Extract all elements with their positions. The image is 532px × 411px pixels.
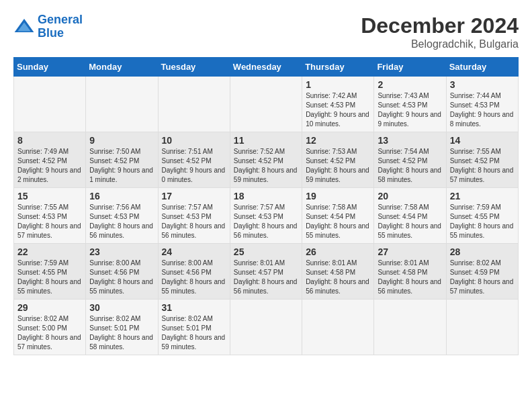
day-number: 8 (17, 135, 82, 146)
day-info: Sunrise: 7:42 AM Sunset: 4:53 PM Dayligh… (306, 91, 370, 129)
day-cell: 29 Sunrise: 8:02 AM Sunset: 5:00 PM Dayl… (14, 300, 86, 355)
title-area: December 2024 Belogradchik, Bulgaria (361, 13, 519, 50)
day-number: 20 (378, 191, 442, 201)
week-row-3: 15 Sunrise: 7:55 AM Sunset: 4:53 PM Dayl… (14, 188, 519, 244)
day-info: Sunrise: 8:00 AM Sunset: 4:56 PM Dayligh… (89, 259, 154, 296)
day-cell: 21 Sunrise: 7:59 AM Sunset: 4:55 PM Dayl… (446, 188, 518, 244)
day-cell: 15 Sunrise: 7:55 AM Sunset: 4:53 PM Dayl… (14, 188, 86, 244)
day-cell: 2 Sunrise: 7:43 AM Sunset: 4:53 PM Dayli… (374, 77, 446, 132)
day-cell: 19 Sunrise: 7:58 AM Sunset: 4:54 PM Dayl… (302, 188, 374, 244)
day-cell: 13 Sunrise: 7:54 AM Sunset: 4:52 PM Dayl… (374, 132, 446, 188)
day-info: Sunrise: 7:56 AM Sunset: 4:53 PM Dayligh… (89, 203, 154, 240)
day-number: 18 (234, 191, 298, 201)
week-row-5: 29 Sunrise: 8:02 AM Sunset: 5:00 PM Dayl… (14, 300, 519, 355)
day-cell: 23 Sunrise: 8:00 AM Sunset: 4:56 PM Dayl… (86, 244, 158, 300)
week-row-2: 8 Sunrise: 7:49 AM Sunset: 4:52 PM Dayli… (14, 132, 519, 188)
day-number: 25 (234, 246, 298, 257)
day-cell: 25 Sunrise: 8:01 AM Sunset: 4:57 PM Dayl… (230, 244, 302, 300)
logo-icon (13, 16, 35, 38)
day-cell: 12 Sunrise: 7:53 AM Sunset: 4:52 PM Dayl… (302, 132, 374, 188)
day-info: Sunrise: 7:57 AM Sunset: 4:53 PM Dayligh… (234, 203, 298, 240)
header-day-friday: Friday (374, 58, 446, 77)
day-number: 30 (89, 302, 154, 313)
day-cell: 30 Sunrise: 8:02 AM Sunset: 5:01 PM Dayl… (86, 300, 158, 355)
day-cell (374, 300, 446, 355)
day-cell (446, 300, 518, 355)
day-info: Sunrise: 8:01 AM Sunset: 4:58 PM Dayligh… (378, 259, 442, 296)
header-day-wednesday: Wednesday (230, 58, 302, 77)
day-info: Sunrise: 7:58 AM Sunset: 4:54 PM Dayligh… (378, 203, 442, 240)
day-cell: 26 Sunrise: 8:01 AM Sunset: 4:58 PM Dayl… (302, 244, 374, 300)
day-number: 12 (306, 135, 370, 146)
day-number: 1 (306, 79, 370, 90)
day-number: 11 (234, 135, 298, 146)
day-cell (14, 77, 86, 132)
day-info: Sunrise: 7:53 AM Sunset: 4:52 PM Dayligh… (306, 147, 370, 185)
day-number: 28 (450, 246, 515, 257)
page-header: General Blue December 2024 Belogradchik,… (13, 13, 519, 50)
day-cell (230, 300, 302, 355)
header-row: SundayMondayTuesdayWednesdayThursdayFrid… (14, 58, 519, 77)
day-info: Sunrise: 7:49 AM Sunset: 4:52 PM Dayligh… (17, 147, 82, 185)
day-info: Sunrise: 8:02 AM Sunset: 5:00 PM Dayligh… (17, 314, 82, 352)
location: Belogradchik, Bulgaria (361, 38, 519, 50)
day-cell (86, 77, 158, 132)
day-number: 10 (162, 135, 226, 146)
day-cell: 1 Sunrise: 7:42 AM Sunset: 4:53 PM Dayli… (302, 77, 374, 132)
day-cell: 17 Sunrise: 7:57 AM Sunset: 4:53 PM Dayl… (158, 188, 230, 244)
day-cell (302, 300, 374, 355)
day-cell: 3 Sunrise: 7:44 AM Sunset: 4:53 PM Dayli… (446, 77, 518, 132)
logo: General Blue (13, 13, 83, 40)
day-info: Sunrise: 7:55 AM Sunset: 4:52 PM Dayligh… (450, 147, 515, 185)
day-number: 24 (162, 246, 226, 257)
day-info: Sunrise: 7:55 AM Sunset: 4:53 PM Dayligh… (17, 203, 82, 240)
day-number: 14 (450, 135, 515, 146)
day-number: 31 (162, 302, 226, 313)
day-number: 17 (162, 191, 226, 201)
day-number: 3 (450, 79, 515, 90)
day-cell: 11 Sunrise: 7:52 AM Sunset: 4:52 PM Dayl… (230, 132, 302, 188)
week-row-4: 22 Sunrise: 7:59 AM Sunset: 4:55 PM Dayl… (14, 244, 519, 300)
day-cell: 14 Sunrise: 7:55 AM Sunset: 4:52 PM Dayl… (446, 132, 518, 188)
day-info: Sunrise: 8:01 AM Sunset: 4:57 PM Dayligh… (234, 259, 298, 296)
day-number: 29 (17, 302, 82, 313)
day-info: Sunrise: 7:59 AM Sunset: 4:55 PM Dayligh… (450, 203, 515, 240)
day-number: 9 (89, 135, 154, 146)
day-cell: 8 Sunrise: 7:49 AM Sunset: 4:52 PM Dayli… (14, 132, 86, 188)
week-row-1: 1 Sunrise: 7:42 AM Sunset: 4:53 PM Dayli… (14, 77, 519, 132)
day-number: 16 (89, 191, 154, 201)
logo-text: General Blue (38, 13, 83, 40)
header-day-tuesday: Tuesday (158, 58, 230, 77)
day-info: Sunrise: 7:51 AM Sunset: 4:52 PM Dayligh… (162, 147, 226, 185)
day-number: 27 (378, 246, 442, 257)
day-info: Sunrise: 8:00 AM Sunset: 4:56 PM Dayligh… (162, 259, 226, 296)
day-number: 15 (17, 191, 82, 201)
day-info: Sunrise: 7:44 AM Sunset: 4:53 PM Dayligh… (450, 91, 515, 129)
header-day-monday: Monday (86, 58, 158, 77)
day-cell: 20 Sunrise: 7:58 AM Sunset: 4:54 PM Dayl… (374, 188, 446, 244)
day-number: 21 (450, 191, 515, 201)
day-number: 22 (17, 246, 82, 257)
header-day-sunday: Sunday (14, 58, 86, 77)
day-number: 26 (306, 246, 370, 257)
day-info: Sunrise: 7:50 AM Sunset: 4:52 PM Dayligh… (89, 147, 154, 185)
day-info: Sunrise: 7:58 AM Sunset: 4:54 PM Dayligh… (306, 203, 370, 240)
day-cell: 10 Sunrise: 7:51 AM Sunset: 4:52 PM Dayl… (158, 132, 230, 188)
day-info: Sunrise: 8:01 AM Sunset: 4:58 PM Dayligh… (306, 259, 370, 296)
day-cell (158, 77, 230, 132)
day-info: Sunrise: 7:54 AM Sunset: 4:52 PM Dayligh… (378, 147, 442, 185)
day-number: 2 (378, 79, 442, 90)
day-cell: 24 Sunrise: 8:00 AM Sunset: 4:56 PM Dayl… (158, 244, 230, 300)
day-number: 23 (89, 246, 154, 257)
header-day-thursday: Thursday (302, 58, 374, 77)
day-info: Sunrise: 7:57 AM Sunset: 4:53 PM Dayligh… (162, 203, 226, 240)
day-cell: 28 Sunrise: 8:02 AM Sunset: 4:59 PM Dayl… (446, 244, 518, 300)
day-info: Sunrise: 7:52 AM Sunset: 4:52 PM Dayligh… (234, 147, 298, 185)
day-number: 13 (378, 135, 442, 146)
day-info: Sunrise: 8:02 AM Sunset: 5:01 PM Dayligh… (162, 314, 226, 352)
day-cell (230, 77, 302, 132)
day-cell: 31 Sunrise: 8:02 AM Sunset: 5:01 PM Dayl… (158, 300, 230, 355)
header-day-saturday: Saturday (446, 58, 518, 77)
day-info: Sunrise: 7:43 AM Sunset: 4:53 PM Dayligh… (378, 91, 442, 129)
day-info: Sunrise: 7:59 AM Sunset: 4:55 PM Dayligh… (17, 259, 82, 296)
